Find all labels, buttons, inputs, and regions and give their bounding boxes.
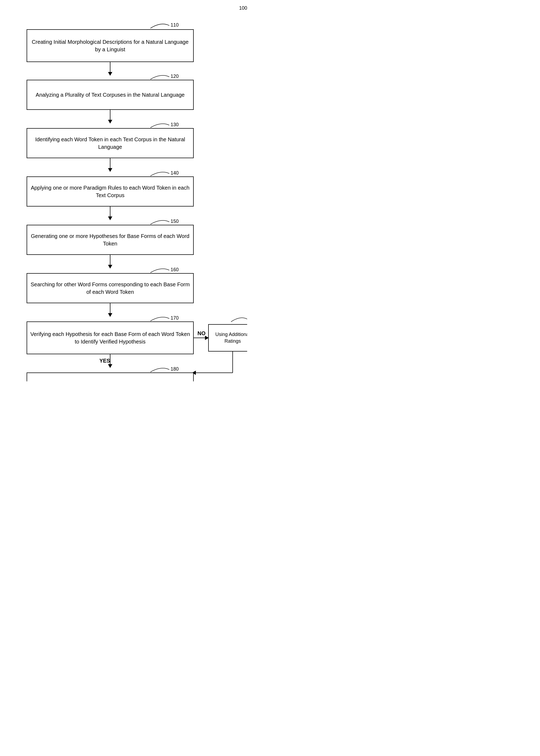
svg-marker-6 [205, 336, 209, 340]
label-170: Verifying each Hypothesis for each Base … [27, 322, 194, 354]
svg-marker-3 [108, 216, 112, 220]
label-130: Identifying each Word Token in each Text… [27, 128, 194, 158]
step-num-150: 150 [171, 219, 179, 224]
ref-100: 100 [239, 5, 247, 11]
step-num-160: 160 [171, 267, 179, 272]
step-num-120: 120 [171, 73, 179, 79]
step-num-170: 170 [171, 315, 179, 321]
svg-marker-8 [108, 364, 112, 368]
label-no: NO [198, 330, 205, 336]
step-num-130: 130 [171, 122, 179, 127]
step-num-110: 110 [171, 22, 179, 28]
svg-marker-1 [108, 120, 112, 124]
svg-marker-0 [108, 72, 112, 76]
label-180: Adding Grammatical Values and Inflection… [27, 373, 194, 381]
label-yes: YES [99, 358, 110, 364]
label-160: Searching for other Word Forms correspon… [27, 273, 194, 303]
label-110: Creating Initial Morphological Descripti… [27, 30, 194, 62]
label-150: Generating one or more Hypotheses for Ba… [27, 225, 194, 255]
svg-marker-4 [108, 265, 112, 269]
svg-marker-5 [108, 313, 112, 317]
svg-marker-2 [108, 168, 112, 172]
label-172: Using Additional Ratings [208, 324, 247, 351]
label-120: Analyzing a Plurality of Text Corpuses i… [27, 80, 194, 110]
label-140: Applying one or more Paradigm Rules to e… [27, 177, 194, 206]
step-num-180: 180 [171, 366, 179, 372]
step-num-140: 140 [171, 170, 179, 176]
